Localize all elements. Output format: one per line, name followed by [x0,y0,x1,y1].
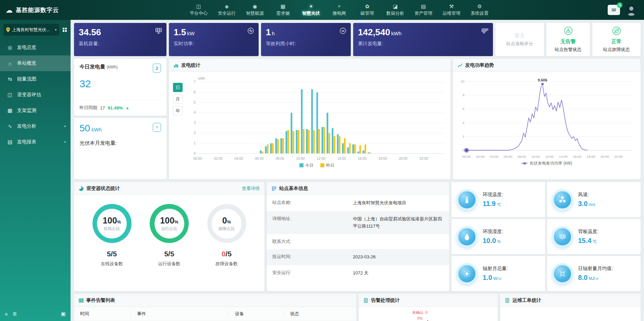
env-value: 8.0MJ/㎡ [578,274,613,282]
tab-day[interactable]: 日 [173,83,183,92]
nav-item-microgrid[interactable]: ⚡微电网 [330,4,348,16]
collapse-sidebar-icon[interactable]: ≡ [5,311,8,317]
svg-text:4: 4 [462,121,465,125]
user-avatar[interactable] [626,4,637,16]
info-row-contact: 联系方式: [267,234,449,249]
svg-text:2: 2 [194,131,196,135]
gauge-icon: ◎ [7,44,13,51]
nav-item-om-management[interactable]: ⚒运维管理 [443,4,460,16]
svg-text:08:00: 08:00 [518,155,526,158]
sidebar-item-generation-reports[interactable]: ▤发电报表▾ [0,134,71,150]
card-fault-status: 正常 站点故障状态 [592,23,641,56]
svg-text:06:00: 06:00 [504,155,512,158]
environment-grid: 环境温度: 11.9℃ 风速: 3.0m/s 环境湿度: 10.0% [451,182,641,291]
svg-text:04:00: 04:00 [490,155,498,158]
sidebar-item-single-station-overview[interactable]: ⌂单站概览 [0,55,71,71]
svg-text:22:00: 22:00 [419,157,428,160]
location-pin-icon [6,27,10,32]
alert-triangle-icon [564,26,573,37]
svg-text:10:00: 10:00 [296,157,305,160]
panel-title: 站点基本信息 [279,185,308,192]
nav-item-carbon-management[interactable]: ✿碳管理 [358,4,376,16]
gear-icon: ⚙ [477,4,482,9]
cloud-logo-icon: ☁ [5,7,13,14]
panel-title: 事件告警列表 [86,297,115,304]
nav-item-smart-energy[interactable]: ◉智慧能源 [246,4,264,16]
sidebar-item-inverter-evaluation[interactable]: ◫逆变器评估 [0,87,71,103]
svg-text:20:00: 20:00 [399,157,407,160]
table-icon [79,298,84,303]
station-selector[interactable]: 上海良时智慧光伏... ▾ [3,24,59,36]
trend-icon [458,63,462,68]
nav-item-asset-management[interactable]: ▤资产管理 [414,4,432,16]
svg-text:6: 6 [462,107,465,111]
svg-text:16:00: 16:00 [573,155,581,158]
thermometer-icon [456,189,478,210]
sidebar-item-energy-flow[interactable]: ⇆能量流图 [0,71,71,87]
station-grid-icon[interactable] [62,27,67,32]
svg-text:18:00: 18:00 [587,155,595,158]
panel-header: 事件告警列表 [74,294,356,307]
sidebar-item-mount-monitoring[interactable]: ▦支架监测 [0,103,71,118]
yesterday-value: 17 [100,105,105,111]
messages-button[interactable]: ✉ 4 [608,5,620,15]
svg-text:2: 2 [462,134,465,138]
period-tabs: 日 月 年 [173,83,183,179]
column-event: 事件 [131,311,228,317]
event-table: 时间 事件 设备 状态 [74,307,356,321]
card-alarm-status: 无告警 站点告警状态 [546,23,590,56]
panels-icon [481,27,489,36]
up-arrow-icon: ▲ [126,106,129,110]
tab-year[interactable]: 年 [173,106,183,115]
sidebar-item-generation-overview[interactable]: ◎发电总览 [0,40,71,55]
nav-item-system-settings[interactable]: ⚙系统设置 [471,4,488,16]
message-count-badge: 4 [617,2,622,8]
topbar-right: ✉ 4 [608,4,644,16]
view-details-link[interactable]: 查看详情 [242,185,260,192]
inverter-donuts: 100% 在线占比 5/5 在线设备数 100% 运行占比 5/5 [74,195,264,291]
donut-fault: 0% 故障占比 0/5 故障设备数 [207,204,246,291]
panel-work-order-stats: 运维工单统计 [500,294,641,321]
svg-text:10: 10 [461,79,465,83]
nav-item-data-analysis[interactable]: ◪数据分析 [386,4,404,16]
nav-item-platform-center[interactable]: ◫平台中心 [190,4,208,16]
sidebar-item-generation-analysis[interactable]: ∿发电分析▾ [0,118,71,134]
info-row-commission-date: 投运时间:2023-03-26 [267,249,449,265]
env-card-wind-speed: 风速: 3.0m/s [547,182,641,217]
radiation-icon [552,263,573,284]
svg-text:18:00: 18:00 [378,157,387,160]
svg-text:10:00: 10:00 [531,155,540,158]
kpi-installed-capacity: 34.56 装机容量: [74,23,166,56]
pie-icon [79,186,84,191]
kpi-value: 1 [266,27,271,37]
kpi-realtime-power: 1.5kW 实时功率: [169,23,259,56]
station-row: 上海良时智慧光伏... ▾ [0,20,71,38]
legend-pv-active-power[interactable]: 光伏发电有功功率 (kW) [521,160,572,166]
env-value: 15.4℃ [578,237,599,245]
panel-title: 告警处理统计 [371,297,400,304]
month-generation-label: 光伏本月发电量: [79,140,161,146]
nav-item-smart-pv[interactable]: ☀智慧光伏 [302,4,320,16]
work-order-body [500,307,641,321]
panel-mount-icon: ▦ [7,107,13,114]
nav-item-demand-side[interactable]: ▦需求侧 [274,4,292,16]
top-navigation: ◫平台中心 ◈安全运行 ◉智慧能源 ▦需求侧 ☀智慧光伏 ⚡微电网 ✿碳管理 ◪… [71,4,608,16]
nav-item-safe-operation[interactable]: ◈安全运行 [218,4,236,16]
site-info-rows: 站点名称:上海良时智慧光伏发电项目 详细地址:中国（上海）自由贸易试验区临港新片… [267,195,449,291]
windows-icon[interactable]: ▣ [61,311,66,317]
kpi-label: 装机容量: [79,41,162,47]
chevron-down-icon: ▾ [64,140,66,144]
panel-header: 站点基本信息 [267,182,449,195]
card-today-generation: 今日发电量 (kWh) 2 32 昨日同期 17 91.49% ▲ [74,59,166,116]
document-icon [505,298,510,303]
sidebar: 上海良时智慧光伏... ▾ ◎发电总览 ⌂单站概览 ⇆能量流图 ◫逆变器评估 ▦… [0,20,71,321]
legend-series[interactable]: 昨日 [320,163,334,168]
kpi-label: 实时功率: [174,41,254,47]
today-generation-value: 32 [79,78,161,90]
legend-list-icon[interactable]: ≣ [13,311,17,317]
legend-series[interactable]: 今日 [299,163,313,168]
fault-device-count: 0/5 [222,250,232,258]
tab-month[interactable]: 月 [173,94,183,104]
alarm-status-label: 站点告警状态 [555,47,582,53]
kpi-value: 34.56 [79,27,101,37]
